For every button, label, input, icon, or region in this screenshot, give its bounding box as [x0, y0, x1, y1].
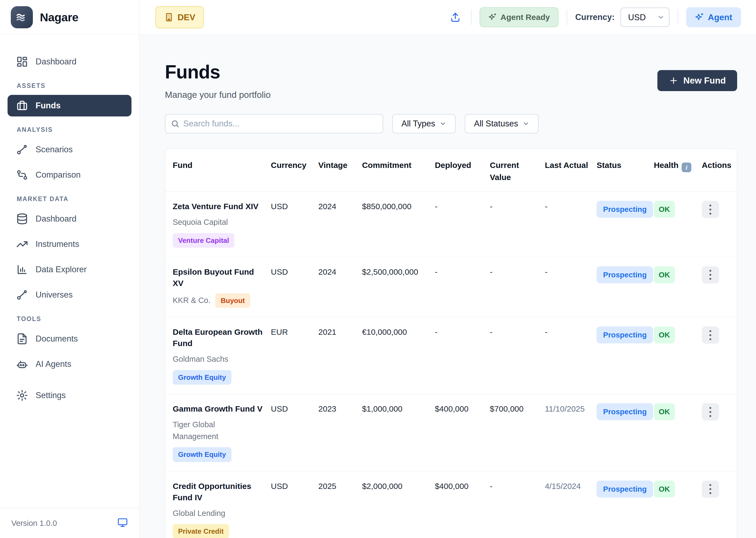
type-filter-dropdown[interactable]: All Types — [392, 114, 456, 134]
deployed-cell-value: - — [435, 267, 437, 276]
nav-section: TOOLSDocumentsAI Agents — [8, 315, 131, 375]
vintage-cell: 2021 — [319, 317, 362, 394]
search-input[interactable] — [165, 114, 383, 134]
vintage-cell-value: 2024 — [319, 267, 336, 276]
status-cell: Prospecting — [596, 471, 654, 538]
agent-ready-badge: Agent Ready — [479, 7, 559, 27]
status-filter-label: All Statuses — [474, 119, 518, 129]
divider — [678, 9, 678, 25]
sidebar-item-ai-agents[interactable]: AI Agents — [8, 353, 131, 375]
health-info-icon[interactable]: i — [681, 163, 691, 172]
currency-cell: USD — [271, 471, 318, 538]
current-value-cell-value: - — [490, 202, 492, 211]
agent-button[interactable]: Agent — [686, 7, 741, 27]
current-value-cell: - — [490, 317, 545, 394]
currency-cell: USD — [271, 191, 318, 257]
commitment-cell: $850,000,000 — [362, 191, 435, 257]
table-body: Zeta Venture Fund XIVSequoia CapitalVent… — [165, 191, 737, 538]
brand[interactable]: Nagare — [0, 0, 139, 35]
row-actions-button[interactable] — [702, 326, 719, 344]
health-badge: OK — [654, 481, 675, 498]
content: Funds Manage your fund portfolio New Fun… — [139, 35, 756, 538]
waves-logo-icon — [11, 6, 33, 28]
column-header-health: Healthi — [654, 149, 702, 191]
table-row[interactable]: Credit Opportunities Fund IVGlobal Lendi… — [165, 471, 737, 538]
column-header-currency: Currency — [271, 149, 318, 191]
fund-subrow: Tiger Global ManagementGrowth Equity — [173, 419, 263, 462]
sidebar-item-instruments[interactable]: Instruments — [8, 234, 131, 255]
fund-name: Epsilon Buyout Fund XV — [173, 266, 263, 289]
fund-manager: Goldman Sachs — [173, 353, 228, 365]
sidebar-item-funds[interactable]: Funds — [8, 95, 131, 116]
new-fund-label: New Fund — [683, 76, 726, 86]
sidebar-item-universes[interactable]: Universes — [8, 284, 131, 306]
row-actions-button[interactable] — [702, 201, 719, 218]
current-value-cell-value: $700,000 — [490, 404, 524, 413]
health-badge: OK — [654, 326, 675, 344]
nav-section-label: MARKET DATA — [17, 195, 131, 203]
nav-section: ANALYSISScenariosComparison — [8, 126, 131, 186]
current-value-cell-value: - — [490, 267, 492, 276]
git-compare-icon — [16, 169, 28, 181]
column-header-vintage: Vintage — [319, 149, 362, 191]
env-badge-label: DEV — [177, 12, 195, 23]
status-cell: Prospecting — [596, 191, 654, 257]
sidebar-item-settings[interactable]: Settings — [8, 385, 131, 406]
sidebar-item-scenarios[interactable]: Scenarios — [8, 139, 131, 160]
fund-subrow: Global LendingPrivate Credit — [173, 508, 263, 538]
commitment-cell-value: €10,000,000 — [362, 328, 407, 336]
deployed-cell: $400,000 — [435, 394, 490, 471]
health-badge: OK — [654, 201, 675, 218]
file-text-icon — [16, 333, 28, 345]
vintage-cell-value: 2024 — [319, 202, 336, 211]
table-header: FundCurrencyVintageCommitmentDeployedCur… — [165, 149, 737, 191]
health-badge: OK — [654, 403, 675, 420]
actions-cell — [702, 394, 737, 471]
sidebar-item-label: Dashboard — [35, 57, 76, 67]
sidebar-item-comparison[interactable]: Comparison — [8, 164, 131, 186]
app-window: Nagare DashboardASSETSFundsANALYSISScena… — [0, 0, 756, 538]
sidebar-item-dashboard[interactable]: Dashboard — [8, 208, 131, 230]
fund-cell: Delta European Growth FundGoldman SachsG… — [165, 317, 271, 394]
share-upload-button[interactable] — [448, 10, 463, 25]
deployed-cell-value: - — [435, 328, 437, 336]
currency-select[interactable]: USD — [621, 8, 670, 27]
new-fund-button[interactable]: New Fund — [657, 70, 737, 91]
last-actual-cell: 4/15/2024 — [545, 471, 596, 538]
briefcase-icon — [16, 100, 28, 112]
table-row[interactable]: Delta European Growth FundGoldman SachsG… — [165, 317, 737, 394]
building-icon — [164, 12, 174, 22]
status-filter-dropdown[interactable]: All Statuses — [465, 114, 538, 134]
sidebar-item-dashboard[interactable]: Dashboard — [8, 51, 131, 73]
commitment-cell-value: $2,000,000 — [362, 482, 403, 491]
sidebar-item-documents[interactable]: Documents — [8, 328, 131, 350]
chevron-down-icon — [523, 120, 529, 127]
row-actions-button[interactable] — [702, 403, 719, 420]
row-actions-button[interactable] — [702, 266, 719, 284]
health-badge: OK — [654, 266, 675, 283]
currency-group: Currency: USD — [575, 8, 670, 27]
column-header-deployed: Deployed — [435, 149, 490, 191]
table-row[interactable]: Zeta Venture Fund XIVSequoia CapitalVent… — [165, 191, 737, 257]
fund-type-badge: Private Credit — [173, 524, 229, 538]
column-header-last-actual: Last Actual — [545, 149, 596, 191]
last-actual-value: 11/10/2025 — [545, 404, 585, 413]
bar-chart-icon — [16, 264, 28, 276]
status-badge: Prospecting — [596, 266, 653, 283]
sidebar-nav: DashboardASSETSFundsANALYSISScenariosCom… — [0, 35, 139, 508]
page-subtitle: Manage your fund portfolio — [165, 90, 271, 100]
column-header-label: Health — [654, 161, 679, 170]
deployed-cell-value: $400,000 — [435, 482, 469, 491]
row-actions-button[interactable] — [702, 481, 719, 498]
currency-cell-value: USD — [271, 482, 288, 491]
sidebar: Nagare DashboardASSETSFundsANALYSISScena… — [0, 0, 139, 538]
column-header-label: Last Actual — [545, 161, 588, 170]
fund-subrow: Sequoia CapitalVenture Capital — [173, 216, 263, 248]
monitor-icon[interactable] — [118, 517, 128, 529]
sidebar-item-label: Comparison — [35, 170, 80, 180]
sidebar-item-data-explorer[interactable]: Data Explorer — [8, 259, 131, 280]
table-row[interactable]: Epsilon Buyout Fund XVKKR & Co.BuyoutUSD… — [165, 257, 737, 317]
table-row[interactable]: Gamma Growth Fund VTiger Global Manageme… — [165, 394, 737, 471]
upload-icon — [450, 12, 461, 23]
nav-section-label: ASSETS — [17, 82, 131, 89]
